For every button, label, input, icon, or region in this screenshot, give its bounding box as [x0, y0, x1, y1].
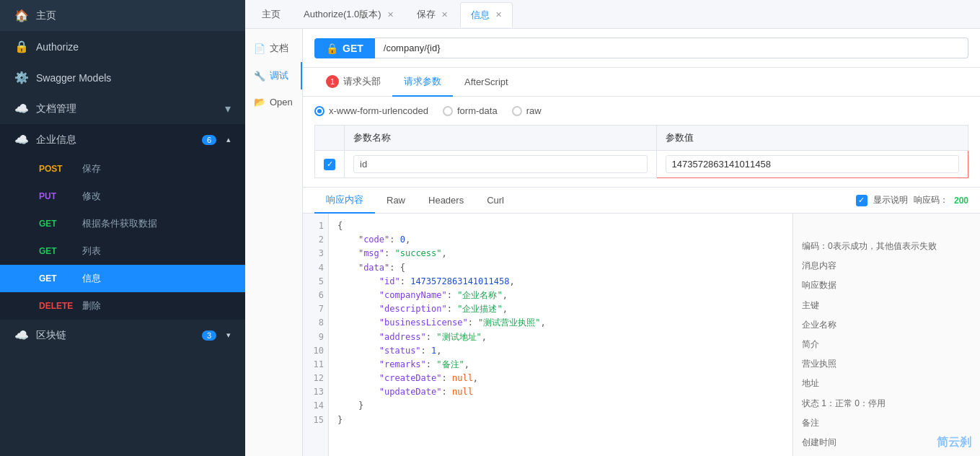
sidebar-sub-item-get-info[interactable]: GET 信息: [0, 265, 245, 292]
comment-row-3: 消息内容: [793, 256, 980, 276]
content-area: 📄 文档 🔧 调试 📂 Open 🔒 GET: [245, 29, 980, 456]
tab-authorize[interactable]: Authorize(1.0版本) ✕: [293, 1, 405, 27]
response-tab-headers[interactable]: Headers: [417, 189, 475, 213]
sidebar-sub-item-post-save[interactable]: POST 保存: [0, 155, 245, 183]
inner-tab-headers[interactable]: 1 请求头部: [314, 68, 392, 97]
response-headers-label: Headers: [428, 195, 464, 206]
comment-row-2: 编码：0表示成功，其他值表示失败: [793, 237, 980, 256]
sidebar-sub-item-delete[interactable]: DELETE 删除: [0, 292, 245, 320]
code-line-6: "companyName": "企业名称",: [337, 289, 784, 302]
response-raw-label: Raw: [387, 195, 405, 206]
response-content-label: 响应内容: [326, 194, 363, 205]
sidebar-authorize-label: Authorize: [36, 41, 79, 53]
sidebar-sub-item-put-modify[interactable]: PUT 修改: [0, 183, 245, 210]
inner-tab-afterscript[interactable]: AfterScript: [453, 69, 520, 96]
left-panel-open[interactable]: 📂 Open: [245, 89, 302, 115]
code-line-5: "id": 1473572863141011458,: [337, 275, 784, 289]
code-line-1: {: [337, 219, 784, 233]
sub-item-save-label: 保存: [82, 162, 101, 175]
comment-row-13: 更新时间: [793, 452, 980, 456]
show-desc-checkbox[interactable]: ✓: [856, 195, 868, 206]
left-panel-doc[interactable]: 📄 文档: [245, 35, 302, 62]
open-icon: 📂: [254, 97, 265, 108]
sub-item-modify-label: 修改: [82, 190, 101, 203]
sidebar-item-home[interactable]: 🏠 主页: [0, 0, 245, 31]
code-line-3: "msg": "success",: [337, 247, 784, 260]
status-label: 响应码：: [914, 194, 948, 206]
left-panel-debug[interactable]: 🔧 调试: [245, 62, 302, 89]
chevron-up-icon: ▴: [226, 135, 231, 144]
code-response: 12345 678910 1112131415 { "code": 0, "ms…: [303, 214, 980, 456]
response-status: ✓ 显示说明 响应码： 200: [856, 194, 968, 206]
code-line-14: }: [337, 399, 784, 413]
inner-tab-afterscript-label: AfterScript: [464, 76, 508, 87]
tab-authorize-label: Authorize(1.0版本): [304, 8, 381, 21]
param-value-input[interactable]: [666, 155, 960, 173]
left-panel: 📄 文档 🔧 调试 📂 Open: [245, 29, 303, 456]
sidebar-home-label: 主页: [36, 9, 56, 22]
col-name-header: 参数名称: [345, 126, 657, 151]
params-area: x-www-form-urlencoded form-data raw: [303, 97, 980, 188]
tab-info-close[interactable]: ✕: [495, 10, 502, 19]
sub-item-info-label: 信息: [82, 272, 101, 285]
response-tab-raw[interactable]: Raw: [375, 189, 417, 213]
header-badge: 1: [326, 75, 339, 88]
param-table: 参数名称 参数值 ✓: [314, 125, 968, 178]
response-tab-content[interactable]: 响应内容: [314, 188, 375, 214]
response-area: 响应内容 Raw Headers Curl ✓ 显示说明 响应码：: [303, 188, 980, 456]
status-code: 200: [954, 196, 968, 206]
sub-item-list-label: 列表: [82, 245, 101, 258]
sidebar-enterprise-header[interactable]: ☁️ 企业信息 6 ▴: [0, 124, 245, 155]
sidebar-sub-item-get-query[interactable]: GET 根据条件获取数据: [0, 210, 245, 237]
debug-icon: 🔧: [254, 71, 265, 82]
radio-raw[interactable]: raw: [512, 105, 542, 116]
col-value-header: 参数值: [656, 126, 968, 151]
code-line-9: "address": "测试地址",: [337, 330, 784, 344]
radio-urlencoded[interactable]: x-www-form-urlencoded: [314, 105, 428, 116]
response-tabs: 响应内容 Raw Headers Curl ✓ 显示说明 响应码：: [303, 188, 980, 214]
row-checkbox-cell[interactable]: ✓: [315, 151, 345, 178]
inner-tabs: 1 请求头部 请求参数 AfterScript: [303, 68, 980, 97]
home-icon: 🏠: [14, 9, 29, 22]
code-line-4: "data": {: [337, 261, 784, 275]
sub-item-delete-label: 删除: [82, 299, 101, 312]
folder-icon: ☁️: [14, 102, 29, 115]
sidebar-sub-item-get-list[interactable]: GET 列表: [0, 237, 245, 265]
response-tab-curl[interactable]: Curl: [475, 189, 516, 213]
url-input[interactable]: [375, 38, 968, 58]
code-line-7: "description": "企业描述",: [337, 302, 784, 316]
comment-panel: 编码：0表示成功，其他值表示失败 消息内容 响应数据 主键 企业名称 简介 营业…: [793, 214, 980, 456]
tab-bar: 主页 Authorize(1.0版本) ✕ 保存 ✕ 信息 ✕: [245, 0, 980, 29]
code-line-2: "code": 0,: [337, 233, 784, 247]
tab-authorize-close[interactable]: ✕: [387, 10, 394, 19]
checkbox-checked: ✓: [324, 159, 335, 170]
radio-formdata[interactable]: form-data: [443, 105, 498, 116]
code-line-10: "status": 1,: [337, 344, 784, 358]
code-line-8: "businessLicense": "测试营业执照",: [337, 316, 784, 330]
radio-urlencoded-circle: [314, 106, 325, 116]
method-post-tag: POST: [39, 164, 75, 174]
code-line-11: "remarks": "备注",: [337, 358, 784, 372]
tab-info[interactable]: 信息 ✕: [460, 2, 513, 27]
tab-save-label: 保存: [417, 8, 436, 21]
sidebar-item-doc-mgmt[interactable]: ☁️ 文档管理 ▾: [0, 93, 245, 124]
sidebar-item-authorize[interactable]: 🔒 Authorize: [0, 31, 245, 62]
blockchain-badge: 3: [202, 330, 216, 341]
sub-item-query-label: 根据条件获取数据: [82, 217, 157, 230]
chevron-down-icon: ▾: [225, 102, 231, 115]
sidebar-item-swagger[interactable]: ⚙️ Swagger Models: [0, 62, 245, 93]
tab-save-close[interactable]: ✕: [441, 10, 448, 19]
method-put-tag: PUT: [39, 191, 75, 201]
model-icon: ⚙️: [14, 71, 29, 84]
method-get-tag-1: GET: [39, 219, 75, 229]
sidebar-enterprise-label: 企业信息: [36, 133, 76, 146]
row-name-cell: [345, 151, 657, 178]
tab-home[interactable]: 主页: [251, 1, 291, 27]
url-bar: 🔒 GET: [303, 29, 980, 68]
sidebar-blockchain-label: 区块链: [36, 329, 66, 342]
inner-tab-headers-label: 请求头部: [343, 75, 381, 88]
inner-tab-params[interactable]: 请求参数: [392, 68, 453, 97]
sidebar-item-blockchain[interactable]: ☁️ 区块链 3 ▾: [0, 320, 245, 351]
param-name-input[interactable]: [353, 155, 648, 173]
tab-save[interactable]: 保存 ✕: [406, 1, 459, 27]
